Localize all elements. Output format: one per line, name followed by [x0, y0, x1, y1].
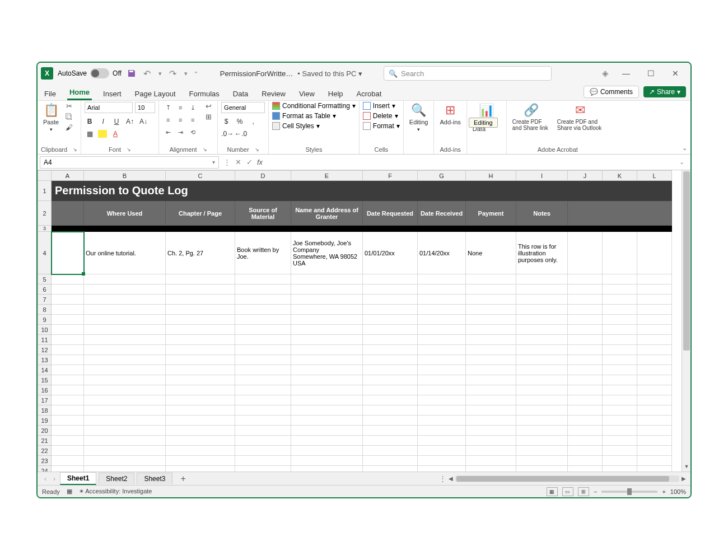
clipboard-launcher[interactable]: ↘ [73, 147, 77, 152]
cell[interactable] [235, 335, 291, 345]
cell[interactable] [235, 365, 291, 375]
row-header-6[interactable]: 6 [38, 284, 52, 295]
cell[interactable] [418, 365, 466, 375]
cell[interactable] [363, 446, 418, 456]
cell[interactable] [291, 456, 363, 466]
cell[interactable] [363, 355, 418, 365]
percent-button[interactable]: % [235, 118, 245, 125]
cell[interactable] [466, 436, 516, 446]
cell[interactable] [637, 395, 672, 405]
cell[interactable] [418, 345, 466, 355]
redo-dropdown[interactable]: ▾ [183, 70, 189, 77]
cell[interactable] [291, 385, 363, 395]
cell[interactable] [466, 405, 516, 416]
cell[interactable] [52, 385, 84, 395]
cell[interactable] [418, 274, 466, 284]
cell[interactable] [466, 305, 516, 315]
row-header-19[interactable]: 19 [38, 416, 52, 426]
redo-icon[interactable]: ↷ [167, 68, 179, 79]
cell[interactable] [166, 355, 235, 365]
cell[interactable] [363, 385, 418, 395]
col-header-C[interactable]: C [166, 171, 235, 181]
tab-view[interactable]: View [297, 87, 317, 100]
cell[interactable] [637, 446, 672, 456]
cell[interactable] [291, 284, 363, 295]
col-header-G[interactable]: G [418, 171, 466, 181]
header-cell[interactable]: Source of Material [235, 201, 291, 226]
cell[interactable] [363, 466, 418, 472]
cell[interactable] [52, 305, 84, 315]
cell[interactable] [637, 365, 672, 375]
autosave-toggle[interactable]: AutoSave Off [58, 68, 122, 78]
row-header-24[interactable]: 24 [38, 466, 52, 472]
cell[interactable] [166, 325, 235, 335]
cell[interactable] [52, 355, 84, 365]
cell[interactable] [291, 335, 363, 345]
undo-dropdown[interactable]: ▾ [157, 70, 163, 77]
cell[interactable] [516, 426, 568, 436]
editing-button[interactable]: 🔍 Editing ▾ [407, 102, 431, 133]
scroll-down-arrow[interactable]: ▼ [682, 464, 690, 472]
cell[interactable] [418, 325, 466, 335]
cell[interactable] [52, 416, 84, 426]
cell[interactable] [516, 416, 568, 426]
cell[interactable] [568, 335, 603, 345]
fx-icon[interactable]: fx [255, 158, 265, 166]
font-name-select[interactable] [85, 102, 133, 113]
cell[interactable] [291, 466, 363, 472]
cell[interactable] [84, 295, 166, 305]
cell[interactable] [166, 466, 235, 472]
cell[interactable] [166, 436, 235, 446]
cell[interactable] [84, 315, 166, 325]
row-header-12[interactable]: 12 [38, 345, 52, 355]
align-top[interactable]: ⤒ [162, 102, 174, 113]
row-header-22[interactable]: 22 [38, 446, 52, 456]
cell[interactable] [84, 405, 166, 416]
cell[interactable] [166, 315, 235, 325]
cell[interactable] [84, 274, 166, 284]
cell[interactable] [363, 375, 418, 385]
cell[interactable] [516, 315, 568, 325]
conditional-formatting[interactable]: Conditional Formatting ▾ [272, 102, 356, 110]
header-cell[interactable]: Payment [466, 201, 516, 226]
currency-button[interactable]: $ [221, 118, 231, 125]
cell[interactable] [466, 426, 516, 436]
fill-color-button[interactable] [98, 130, 107, 138]
cancel-formula[interactable]: ✕ [232, 158, 244, 166]
cell[interactable] [166, 426, 235, 436]
row-header-10[interactable]: 10 [38, 325, 52, 335]
cell[interactable] [84, 365, 166, 375]
zoom-slider[interactable] [601, 491, 657, 493]
italic-button[interactable]: I [98, 118, 108, 125]
number-format-select[interactable] [221, 102, 265, 113]
tab-help[interactable]: Help [326, 87, 346, 100]
cell[interactable] [363, 325, 418, 335]
cell[interactable] [166, 274, 235, 284]
cell[interactable] [516, 295, 568, 305]
row-header-17[interactable]: 17 [38, 395, 52, 405]
cell[interactable] [516, 325, 568, 335]
align-middle[interactable]: ≡ [175, 102, 186, 113]
cell[interactable] [466, 284, 516, 295]
cell[interactable] [166, 416, 235, 426]
cell[interactable] [418, 395, 466, 405]
cell[interactable] [166, 284, 235, 295]
cell[interactable] [466, 365, 516, 375]
row-header-8[interactable]: 8 [38, 305, 52, 315]
cell[interactable] [516, 355, 568, 365]
cell[interactable] [363, 315, 418, 325]
cell[interactable] [52, 405, 84, 416]
search-input[interactable]: 🔍 Search [384, 66, 552, 81]
cell[interactable] [84, 416, 166, 426]
cell[interactable] [568, 405, 603, 416]
cell[interactable] [363, 405, 418, 416]
cell[interactable] [603, 416, 637, 426]
row-header-18[interactable]: 18 [38, 405, 52, 416]
saved-status[interactable]: • Saved to this PC ▾ [297, 69, 362, 78]
cell[interactable] [568, 375, 603, 385]
zoom-out-button[interactable]: − [594, 488, 597, 495]
col-header-K[interactable]: K [603, 171, 637, 181]
cell[interactable] [516, 284, 568, 295]
delete-cells[interactable]: Delete ▾ [363, 112, 400, 120]
cell[interactable] [568, 385, 603, 395]
